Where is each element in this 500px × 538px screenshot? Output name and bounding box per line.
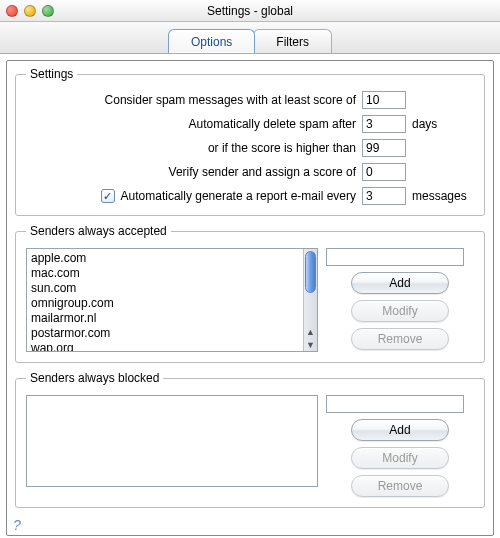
accepted-legend: Senders always accepted xyxy=(26,224,171,238)
titlebar: Settings - global xyxy=(0,0,500,22)
auto-delete-input[interactable] xyxy=(362,115,406,133)
score-higher-input[interactable] xyxy=(362,139,406,157)
list-item[interactable]: sun.com xyxy=(31,281,303,296)
settings-group: Settings Consider spam messages with at … xyxy=(15,67,485,216)
scroll-down-icon[interactable]: ▼ xyxy=(304,338,317,351)
accepted-input[interactable] xyxy=(326,248,464,266)
verify-sender-input[interactable] xyxy=(362,163,406,181)
tab-options[interactable]: Options xyxy=(168,29,255,53)
settings-legend: Settings xyxy=(26,67,77,81)
scrollbar-thumb[interactable] xyxy=(305,251,316,293)
accepted-add-button[interactable]: Add xyxy=(351,272,449,294)
content-panel: Settings Consider spam messages with at … xyxy=(6,60,494,536)
list-item[interactable]: postarmor.com xyxy=(31,326,303,341)
blocked-listbox[interactable] xyxy=(26,395,318,487)
blocked-remove-button[interactable]: Remove xyxy=(351,475,449,497)
accepted-modify-button[interactable]: Modify xyxy=(351,300,449,322)
accepted-group: Senders always accepted apple.com mac.co… xyxy=(15,224,485,363)
list-item[interactable]: wap.org xyxy=(31,341,303,352)
score-threshold-input[interactable] xyxy=(362,91,406,109)
blocked-modify-button[interactable]: Modify xyxy=(351,447,449,469)
accepted-listbox[interactable]: apple.com mac.com sun.com omnigroup.com … xyxy=(26,248,318,352)
blocked-group: Senders always blocked Add Modify Remove xyxy=(15,371,485,508)
tab-bar: Options Filters xyxy=(0,22,500,54)
score-higher-label: or if the score is higher than xyxy=(208,141,356,155)
auto-delete-label: Automatically delete spam after xyxy=(189,117,356,131)
auto-report-label: Automatically generate a report e-mail e… xyxy=(121,189,356,203)
window-title: Settings - global xyxy=(0,4,500,18)
list-item[interactable]: omnigroup.com xyxy=(31,296,303,311)
tab-filters[interactable]: Filters xyxy=(253,29,332,53)
score-threshold-label: Consider spam messages with at least sco… xyxy=(105,93,356,107)
list-item[interactable]: apple.com xyxy=(31,251,303,266)
blocked-legend: Senders always blocked xyxy=(26,371,163,385)
list-item[interactable]: mac.com xyxy=(31,266,303,281)
accepted-remove-button[interactable]: Remove xyxy=(351,328,449,350)
auto-report-input[interactable] xyxy=(362,187,406,205)
help-icon[interactable]: ? xyxy=(13,517,21,533)
blocked-input[interactable] xyxy=(326,395,464,413)
list-item[interactable]: mailarmor.nl xyxy=(31,311,303,326)
auto-report-suffix: messages xyxy=(412,189,474,203)
auto-report-checkbox[interactable]: ✓ xyxy=(101,189,115,203)
accepted-scrollbar[interactable]: ▲ ▼ xyxy=(303,249,317,351)
verify-sender-label: Verify sender and assign a score of xyxy=(169,165,356,179)
blocked-add-button[interactable]: Add xyxy=(351,419,449,441)
auto-delete-suffix: days xyxy=(412,117,474,131)
scroll-up-icon[interactable]: ▲ xyxy=(304,325,317,338)
